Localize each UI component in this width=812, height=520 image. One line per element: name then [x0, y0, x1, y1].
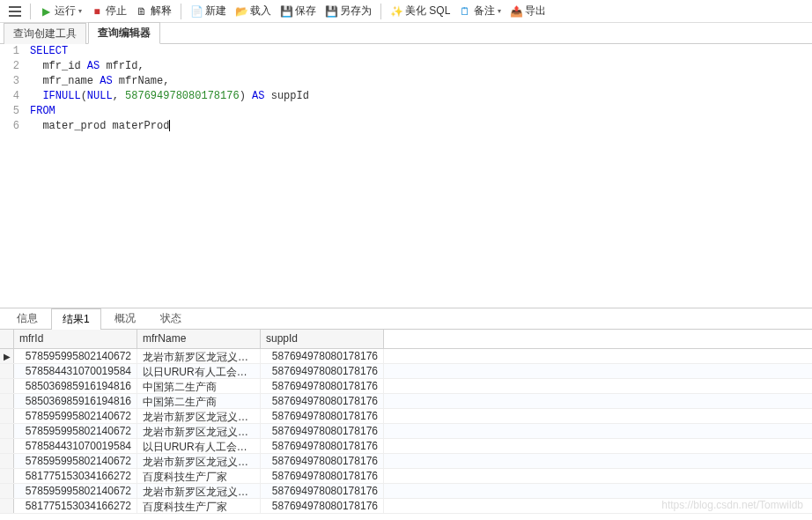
row-pointer — [0, 454, 14, 468]
beautify-label: 美化 SQL — [405, 4, 450, 19]
cell-mfrName[interactable]: 中国第二生产商 — [137, 394, 261, 408]
remark-icon: 🗒 — [459, 5, 471, 18]
column-header-mfrId[interactable]: mfrId — [14, 330, 137, 348]
save-as-button[interactable]: 💾 另存为 — [321, 3, 375, 20]
cell-suppId[interactable]: 587694978080178176 — [261, 484, 384, 498]
export-icon: 📤 — [510, 5, 522, 18]
cell-mfrName[interactable]: 龙岩市新罗区龙冠义齿有限公 — [137, 409, 261, 423]
cell-suppId[interactable]: 587694978080178176 — [261, 409, 384, 423]
save-as-icon: 💾 — [325, 5, 337, 18]
cell-mfrName[interactable]: 龙岩市新罗区龙冠义齿有限公 — [137, 454, 261, 468]
cell-mfrId[interactable]: 578584431070019584 — [14, 364, 137, 378]
export-button[interactable]: 📤 导出 — [506, 3, 550, 20]
table-row[interactable]: 578595995802140672龙岩市新罗区龙冠义齿有限公587694978… — [0, 484, 812, 499]
cell-mfrId[interactable]: 578584431070019584 — [14, 439, 137, 453]
run-button[interactable]: ▶ 运行 ▾ — [36, 3, 85, 20]
table-row[interactable]: 578584431070019584以日URUR有人工会经腾人工58769497… — [0, 364, 812, 379]
tab-status[interactable]: 状态 — [149, 308, 193, 329]
table-row[interactable]: ▶578595995802140672龙岩市新罗区龙冠义齿有限公58769497… — [0, 349, 812, 364]
cell-suppId[interactable]: 587694978080178176 — [261, 499, 384, 513]
cell-mfrName[interactable]: 以日URUR有人工会经腾人工 — [137, 364, 261, 378]
explain-label: 解释 — [151, 4, 172, 19]
table-row[interactable]: 581775153034166272百度科技生产厂家58769497808017… — [0, 499, 812, 514]
cell-suppId[interactable]: 587694978080178176 — [261, 364, 384, 378]
main-toolbar: ▶ 运行 ▾ ■ 停止 🗎 解释 📄 新建 📂 载入 💾 保存 💾 另存为 ✨ … — [0, 0, 812, 23]
export-label: 导出 — [525, 4, 546, 19]
code-area[interactable]: SELECT mfr_id AS mfrId, mfr_name AS mfrN… — [25, 44, 812, 308]
cell-mfrName[interactable]: 百度科技生产厂家 — [137, 469, 261, 483]
remark-button[interactable]: 🗒 备注 ▾ — [455, 3, 505, 20]
tab-query-editor[interactable]: 查询编辑器 — [88, 22, 160, 44]
cell-mfrId[interactable]: 581775153034166272 — [14, 499, 137, 513]
table-row[interactable]: 578595995802140672龙岩市新罗区龙冠义齿有限公587694978… — [0, 409, 812, 424]
cell-suppId[interactable]: 587694978080178176 — [261, 349, 384, 363]
beautify-icon: ✨ — [390, 5, 402, 18]
cell-mfrName[interactable]: 以日URUR有人工会经腾人工 — [137, 439, 261, 453]
tab-query-builder[interactable]: 查询创建工具 — [4, 23, 86, 44]
cell-suppId[interactable]: 587694978080178176 — [261, 379, 384, 393]
cell-mfrName[interactable]: 百度科技生产厂家 — [137, 499, 261, 513]
row-pointer — [0, 394, 14, 408]
save-as-label: 另存为 — [340, 4, 372, 19]
stop-label: 停止 — [106, 4, 127, 19]
table-row[interactable]: 581775153034166272百度科技生产厂家58769497808017… — [0, 469, 812, 484]
run-label: 运行 — [55, 4, 76, 19]
row-pointer — [0, 439, 14, 453]
load-icon: 📂 — [235, 5, 247, 18]
dropdown-icon: ▾ — [498, 7, 501, 15]
editor-tabs: 查询创建工具 查询编辑器 — [0, 23, 812, 44]
cell-suppId[interactable]: 587694978080178176 — [261, 469, 384, 483]
divider — [181, 4, 181, 19]
new-label: 新建 — [205, 4, 226, 19]
table-row[interactable]: 585036985916194816中国第二生产商587694978080178… — [0, 379, 812, 394]
load-label: 载入 — [250, 4, 271, 19]
result-grid: mfrId mfrName suppId ▶578595995802140672… — [0, 330, 812, 514]
cell-mfrId[interactable]: 578595995802140672 — [14, 424, 137, 438]
divider — [30, 4, 31, 19]
column-header-suppId[interactable]: suppId — [261, 330, 384, 348]
row-pointer — [0, 379, 14, 393]
cell-mfrName[interactable]: 龙岩市新罗区龙冠义齿有限公 — [137, 424, 261, 438]
grid-body: ▶578595995802140672龙岩市新罗区龙冠义齿有限公58769497… — [0, 349, 812, 514]
cell-mfrName[interactable]: 龙岩市新罗区龙冠义齿有限公 — [137, 484, 261, 498]
grid-header: mfrId mfrName suppId — [0, 330, 812, 349]
row-pointer — [0, 484, 14, 498]
stop-button[interactable]: ■ 停止 — [87, 3, 130, 20]
save-label: 保存 — [295, 4, 316, 19]
tab-info[interactable]: 信息 — [5, 308, 49, 329]
tab-overview[interactable]: 概况 — [103, 308, 147, 329]
dropdown-icon: ▾ — [78, 7, 82, 15]
load-button[interactable]: 📂 载入 — [232, 3, 275, 20]
save-icon: 💾 — [280, 5, 292, 18]
cell-mfrId[interactable]: 578595995802140672 — [14, 484, 137, 498]
new-button[interactable]: 📄 新建 — [187, 3, 230, 20]
cell-mfrName[interactable]: 中国第二生产商 — [137, 379, 261, 393]
sql-editor[interactable]: 123456 SELECT mfr_id AS mfrId, mfr_name … — [0, 44, 812, 308]
cell-mfrId[interactable]: 578595995802140672 — [14, 349, 137, 363]
cell-mfrId[interactable]: 578595995802140672 — [14, 409, 137, 423]
cell-suppId[interactable]: 587694978080178176 — [261, 394, 384, 408]
table-row[interactable]: 578595995802140672龙岩市新罗区龙冠义齿有限公587694978… — [0, 454, 812, 469]
cell-mfrName[interactable]: 龙岩市新罗区龙冠义齿有限公 — [137, 349, 261, 363]
column-header-mfrName[interactable]: mfrName — [137, 330, 261, 348]
table-row[interactable]: 578595995802140672龙岩市新罗区龙冠义齿有限公587694978… — [0, 424, 812, 439]
row-selector-header[interactable] — [0, 330, 14, 348]
explain-button[interactable]: 🗎 解释 — [132, 3, 175, 20]
table-row[interactable]: 578584431070019584以日URUR有人工会经腾人工58769497… — [0, 439, 812, 454]
cell-suppId[interactable]: 587694978080178176 — [261, 424, 384, 438]
cell-mfrId[interactable]: 585036985916194816 — [14, 394, 137, 408]
cell-suppId[interactable]: 587694978080178176 — [261, 439, 384, 453]
table-row[interactable]: 585036985916194816中国第二生产商587694978080178… — [0, 394, 812, 409]
row-pointer — [0, 499, 14, 513]
hamburger-menu-icon[interactable] — [5, 3, 25, 20]
remark-label: 备注 — [474, 4, 495, 19]
cell-suppId[interactable]: 587694978080178176 — [261, 454, 384, 468]
cell-mfrId[interactable]: 578595995802140672 — [14, 454, 137, 468]
cell-mfrId[interactable]: 585036985916194816 — [14, 379, 137, 393]
row-pointer — [0, 424, 14, 438]
save-button[interactable]: 💾 保存 — [277, 3, 320, 20]
row-pointer: ▶ — [0, 349, 14, 363]
beautify-button[interactable]: ✨ 美化 SQL — [387, 3, 454, 20]
tab-result1[interactable]: 结果1 — [51, 308, 101, 330]
cell-mfrId[interactable]: 581775153034166272 — [14, 469, 137, 483]
